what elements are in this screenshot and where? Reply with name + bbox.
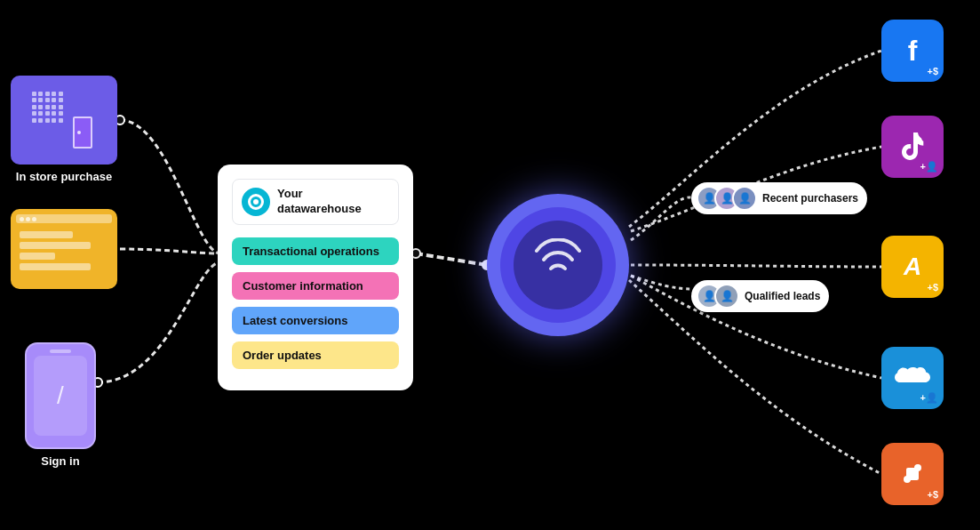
qualified-label: Qualified leads: [745, 290, 820, 302]
avatar-5: 👤: [714, 284, 739, 309]
svg-point-5: [904, 476, 911, 483]
browser-node: [11, 209, 117, 289]
panel-title: Your datawarehouse: [277, 187, 389, 217]
panel-icon: [242, 188, 270, 216]
latest-conversions-item: Latest conversions: [232, 307, 399, 334]
tiktok-destination[interactable]: +👤: [881, 116, 944, 178]
center-orb: [487, 194, 629, 336]
browser-icon: [11, 209, 117, 289]
hubspot-destination[interactable]: +$: [881, 443, 944, 505]
main-canvas: In store purchase /: [0, 0, 980, 530]
customer-info-item: Customer information: [232, 272, 399, 300]
panel-header: Your datawarehouse: [232, 179, 399, 225]
recent-label: Recent purchasers: [762, 192, 858, 205]
qualified-leads-bubble: 👤 👤 Qualified leads: [691, 280, 829, 312]
qualified-avatars: 👤 👤: [697, 284, 739, 309]
signin-label: Sign in: [41, 454, 79, 468]
order-updates-item: Order updates: [232, 341, 399, 369]
phone-icon: /: [25, 342, 96, 449]
hubspot-badge: +$: [927, 489, 938, 500]
signin-node: / Sign in: [25, 342, 96, 468]
salesforce-destination[interactable]: +👤: [881, 347, 944, 409]
facebook-destination[interactable]: f +$: [881, 20, 944, 82]
store-label: In store purchase: [16, 170, 112, 183]
store-purchase-node: In store purchase: [11, 76, 117, 183]
google-destination[interactable]: A +$: [881, 236, 944, 298]
avatar-3: 👤: [732, 186, 757, 211]
transactional-item: Transactional operations: [232, 237, 399, 265]
store-icon: [11, 76, 117, 165]
datawarehouse-panel: Your datawarehouse Transactional operati…: [218, 165, 413, 390]
google-badge: +$: [927, 282, 938, 293]
salesforce-badge: +👤: [920, 392, 938, 404]
recent-avatars: 👤 👤 👤: [697, 186, 757, 211]
tiktok-badge: +👤: [920, 161, 938, 173]
facebook-badge: +$: [927, 66, 938, 76]
recent-purchasers-bubble: 👤 👤 👤 Recent purchasers: [691, 182, 867, 214]
